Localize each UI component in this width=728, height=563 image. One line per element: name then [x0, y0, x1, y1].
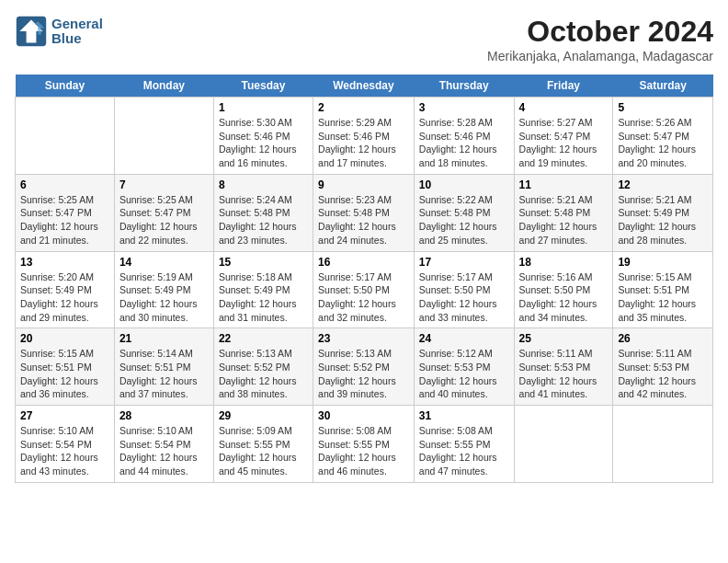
cell-info: Sunrise: 5:10 AMSunset: 5:54 PMDaylight:…: [119, 424, 209, 478]
logo-line2: Blue: [51, 31, 103, 47]
calendar-cell: 30Sunrise: 5:08 AMSunset: 5:55 PMDayligh…: [313, 406, 415, 483]
cell-info: Sunrise: 5:17 AMSunset: 5:50 PMDaylight:…: [318, 270, 409, 325]
calendar-cell: 20Sunrise: 5:15 AMSunset: 5:51 PMDayligh…: [16, 328, 115, 406]
cell-info: Sunrise: 5:21 AMSunset: 5:49 PMDaylight:…: [618, 193, 708, 247]
week-row-4: 20Sunrise: 5:15 AMSunset: 5:51 PMDayligh…: [16, 328, 713, 406]
calendar-cell: 27Sunrise: 5:10 AMSunset: 5:54 PMDayligh…: [16, 406, 115, 483]
cell-date: 22: [219, 332, 308, 345]
cell-date: 2: [318, 101, 409, 114]
cell-info: Sunrise: 5:18 AMSunset: 5:49 PMDaylight:…: [219, 270, 308, 325]
calendar-cell: 31Sunrise: 5:08 AMSunset: 5:55 PMDayligh…: [414, 406, 514, 483]
calendar-cell: 19Sunrise: 5:15 AMSunset: 5:51 PMDayligh…: [613, 251, 713, 328]
cell-date: 19: [618, 256, 708, 269]
cell-date: 3: [419, 101, 509, 114]
weekday-header-tuesday: Tuesday: [213, 75, 313, 98]
calendar-cell: [114, 98, 213, 175]
week-row-2: 6Sunrise: 5:25 AMSunset: 5:47 PMDaylight…: [16, 174, 713, 251]
cell-date: 27: [20, 409, 109, 422]
week-row-1: 1Sunrise: 5:30 AMSunset: 5:46 PMDaylight…: [16, 98, 713, 175]
cell-info: Sunrise: 5:24 AMSunset: 5:48 PMDaylight:…: [219, 193, 308, 247]
main-title: October 2024: [487, 15, 713, 49]
calendar-cell: [16, 98, 115, 175]
calendar-cell: 12Sunrise: 5:21 AMSunset: 5:49 PMDayligh…: [613, 174, 713, 251]
calendar-cell: 24Sunrise: 5:12 AMSunset: 5:53 PMDayligh…: [414, 328, 514, 406]
cell-date: 15: [219, 256, 308, 269]
cell-info: Sunrise: 5:22 AMSunset: 5:48 PMDaylight:…: [419, 193, 509, 247]
page-header: General Blue October 2024 Merikanjaka, A…: [15, 15, 713, 63]
calendar-cell: 6Sunrise: 5:25 AMSunset: 5:47 PMDaylight…: [16, 174, 115, 251]
cell-date: 23: [318, 332, 409, 345]
cell-info: Sunrise: 5:21 AMSunset: 5:48 PMDaylight:…: [519, 193, 609, 247]
cell-info: Sunrise: 5:23 AMSunset: 5:48 PMDaylight:…: [318, 193, 409, 247]
cell-date: 5: [618, 101, 708, 114]
calendar-cell: 26Sunrise: 5:11 AMSunset: 5:53 PMDayligh…: [613, 328, 713, 406]
weekday-header-row: SundayMondayTuesdayWednesdayThursdayFrid…: [16, 75, 713, 98]
calendar-cell: 8Sunrise: 5:24 AMSunset: 5:48 PMDaylight…: [213, 174, 313, 251]
calendar-cell: 21Sunrise: 5:14 AMSunset: 5:51 PMDayligh…: [114, 328, 213, 406]
cell-date: 10: [419, 178, 509, 191]
cell-info: Sunrise: 5:11 AMSunset: 5:53 PMDaylight:…: [519, 347, 609, 401]
weekday-header-monday: Monday: [114, 75, 213, 98]
cell-info: Sunrise: 5:16 AMSunset: 5:50 PMDaylight:…: [519, 270, 609, 325]
calendar-cell: [613, 406, 713, 483]
week-row-5: 27Sunrise: 5:10 AMSunset: 5:54 PMDayligh…: [16, 406, 713, 483]
cell-date: 4: [519, 101, 609, 114]
cell-info: Sunrise: 5:19 AMSunset: 5:49 PMDaylight:…: [119, 270, 209, 325]
calendar-cell: 18Sunrise: 5:16 AMSunset: 5:50 PMDayligh…: [514, 251, 613, 328]
calendar-cell: 16Sunrise: 5:17 AMSunset: 5:50 PMDayligh…: [313, 251, 415, 328]
cell-info: Sunrise: 5:11 AMSunset: 5:53 PMDaylight:…: [618, 347, 708, 401]
cell-info: Sunrise: 5:15 AMSunset: 5:51 PMDaylight:…: [20, 347, 109, 401]
cell-date: 18: [519, 256, 609, 269]
weekday-header-saturday: Saturday: [613, 75, 713, 98]
cell-date: 26: [618, 332, 708, 345]
cell-date: 1: [219, 101, 308, 114]
cell-info: Sunrise: 5:20 AMSunset: 5:49 PMDaylight:…: [20, 270, 109, 325]
cell-date: 16: [318, 256, 409, 269]
logo-text: General Blue: [51, 17, 103, 47]
calendar-cell: 22Sunrise: 5:13 AMSunset: 5:52 PMDayligh…: [213, 328, 313, 406]
cell-date: 24: [419, 332, 509, 345]
calendar-table: SundayMondayTuesdayWednesdayThursdayFrid…: [15, 75, 713, 483]
cell-info: Sunrise: 5:25 AMSunset: 5:47 PMDaylight:…: [119, 193, 209, 247]
cell-info: Sunrise: 5:17 AMSunset: 5:50 PMDaylight:…: [419, 270, 509, 325]
calendar-cell: 10Sunrise: 5:22 AMSunset: 5:48 PMDayligh…: [414, 174, 514, 251]
subtitle: Merikanjaka, Analamanga, Madagascar: [487, 49, 713, 63]
calendar-cell: 2Sunrise: 5:29 AMSunset: 5:46 PMDaylight…: [313, 98, 415, 175]
calendar-cell: 14Sunrise: 5:19 AMSunset: 5:49 PMDayligh…: [114, 251, 213, 328]
cell-date: 14: [119, 256, 209, 269]
cell-date: 11: [519, 178, 609, 191]
cell-info: Sunrise: 5:10 AMSunset: 5:54 PMDaylight:…: [20, 424, 109, 478]
calendar-cell: 25Sunrise: 5:11 AMSunset: 5:53 PMDayligh…: [514, 328, 613, 406]
cell-info: Sunrise: 5:25 AMSunset: 5:47 PMDaylight:…: [20, 193, 109, 247]
cell-date: 12: [618, 178, 708, 191]
cell-info: Sunrise: 5:30 AMSunset: 5:46 PMDaylight:…: [219, 116, 308, 170]
calendar-cell: 29Sunrise: 5:09 AMSunset: 5:55 PMDayligh…: [213, 406, 313, 483]
logo-icon: [15, 15, 48, 48]
calendar-cell: 11Sunrise: 5:21 AMSunset: 5:48 PMDayligh…: [514, 174, 613, 251]
calendar-cell: 3Sunrise: 5:28 AMSunset: 5:46 PMDaylight…: [414, 98, 514, 175]
cell-info: Sunrise: 5:13 AMSunset: 5:52 PMDaylight:…: [219, 347, 308, 401]
calendar-cell: 9Sunrise: 5:23 AMSunset: 5:48 PMDaylight…: [313, 174, 415, 251]
cell-date: 17: [419, 256, 509, 269]
cell-info: Sunrise: 5:08 AMSunset: 5:55 PMDaylight:…: [419, 424, 509, 478]
calendar-cell: 1Sunrise: 5:30 AMSunset: 5:46 PMDaylight…: [213, 98, 313, 175]
cell-date: 25: [519, 332, 609, 345]
cell-date: 13: [20, 256, 109, 269]
cell-info: Sunrise: 5:28 AMSunset: 5:46 PMDaylight:…: [419, 116, 509, 170]
calendar-cell: 15Sunrise: 5:18 AMSunset: 5:49 PMDayligh…: [213, 251, 313, 328]
cell-date: 29: [219, 409, 308, 422]
calendar-cell: [514, 406, 613, 483]
cell-info: Sunrise: 5:08 AMSunset: 5:55 PMDaylight:…: [318, 424, 409, 478]
week-row-3: 13Sunrise: 5:20 AMSunset: 5:49 PMDayligh…: [16, 251, 713, 328]
calendar-cell: 5Sunrise: 5:26 AMSunset: 5:47 PMDaylight…: [613, 98, 713, 175]
logo: General Blue: [15, 15, 103, 48]
cell-date: 31: [419, 409, 509, 422]
calendar-cell: 17Sunrise: 5:17 AMSunset: 5:50 PMDayligh…: [414, 251, 514, 328]
cell-info: Sunrise: 5:09 AMSunset: 5:55 PMDaylight:…: [219, 424, 308, 478]
weekday-header-thursday: Thursday: [414, 75, 514, 98]
calendar-cell: 7Sunrise: 5:25 AMSunset: 5:47 PMDaylight…: [114, 174, 213, 251]
cell-info: Sunrise: 5:27 AMSunset: 5:47 PMDaylight:…: [519, 116, 609, 170]
cell-date: 20: [20, 332, 109, 345]
cell-date: 7: [119, 178, 209, 191]
title-block: October 2024 Merikanjaka, Analamanga, Ma…: [487, 15, 713, 63]
